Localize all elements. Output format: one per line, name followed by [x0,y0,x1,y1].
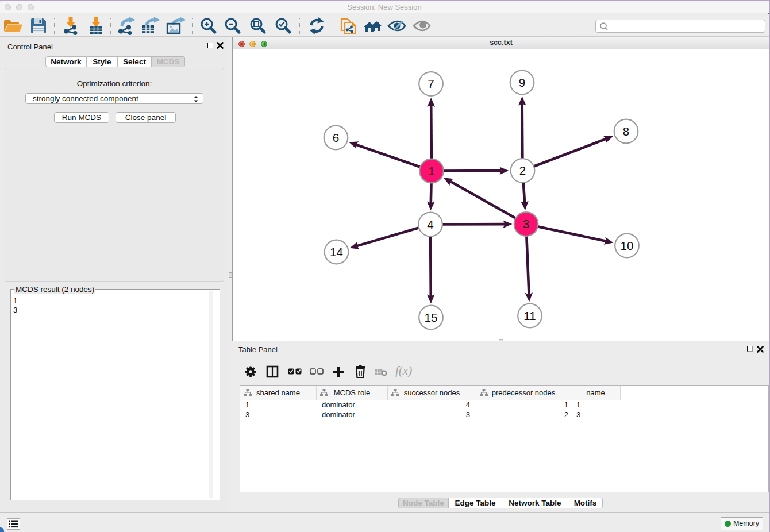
svg-text:1: 1 [428,164,434,178]
svg-text:8: 8 [623,125,629,138]
svg-text:10: 10 [621,239,634,252]
svg-text:9: 9 [519,76,525,89]
svg-text:7: 7 [428,77,434,90]
svg-text:11: 11 [523,309,536,322]
svg-text:4: 4 [427,218,433,231]
svg-text:14: 14 [330,245,343,259]
svg-text:15: 15 [425,311,438,324]
svg-text:3: 3 [523,217,529,230]
svg-text:6: 6 [333,131,339,144]
svg-text:2: 2 [519,164,526,177]
